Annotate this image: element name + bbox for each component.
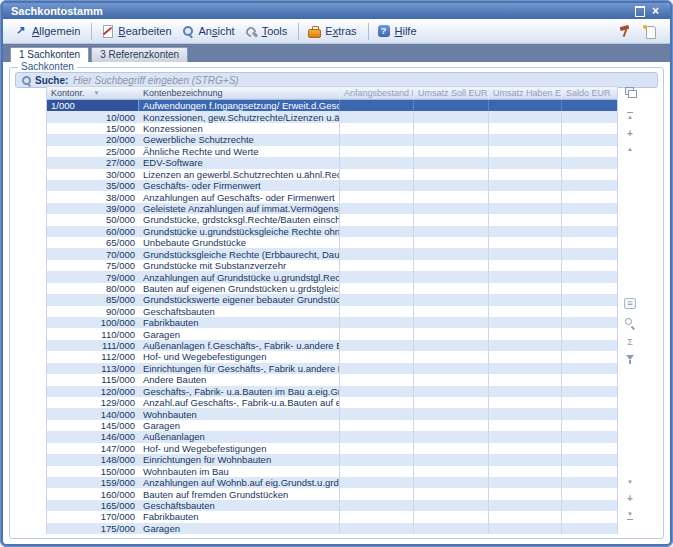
table-row[interactable]: 146/000 Außenanlagen: [47, 431, 617, 442]
table-row[interactable]: 75/000 Grundstücke mit Substanzverzehr: [47, 260, 617, 271]
saldo-cell: [561, 191, 618, 202]
menu-item-bearbeiten[interactable]: Bearbeiten: [97, 23, 177, 40]
table-row[interactable]: 50/000 Grundstücke, grdstcksgl.Rechte/Ba…: [47, 214, 617, 225]
menu-item-ansicht[interactable]: Ansicht: [178, 23, 241, 40]
table-row[interactable]: 60/000 Grundstücke u.grundstücksgleiche …: [47, 226, 617, 237]
strip-top-group: [621, 112, 639, 161]
close-icon[interactable]: [649, 5, 662, 17]
table-row[interactable]: 30/000 Lizenzen an gewerbl.Schutzrechten…: [47, 169, 617, 180]
move-down-icon[interactable]: [623, 494, 637, 503]
table-row[interactable]: 148/000 Einrichtungen für Wohnbauten: [47, 454, 617, 465]
table-row[interactable]: 129/000 Anzahl.auf Geschäfts-, Fabrik-u.…: [47, 397, 617, 408]
account-number-cell: 27/000: [47, 157, 139, 168]
umsatz-soll-cell: [413, 283, 488, 294]
anfangsbestand-cell: [339, 477, 413, 488]
saldo-cell: [561, 408, 618, 419]
table-row[interactable]: 175/000 Garagen: [47, 523, 617, 534]
saldo-cell: [561, 351, 618, 362]
table-row[interactable]: 85/000 Grundstückswerte eigener bebauter…: [47, 294, 617, 305]
account-number-cell: 50/000: [47, 214, 139, 225]
column-header-umsatz-haben[interactable]: Umsatz Haben EUR: [488, 87, 561, 99]
anfangsbestand-cell: [339, 328, 413, 339]
table-options-icon[interactable]: [623, 86, 637, 98]
move-up-icon[interactable]: [623, 129, 637, 138]
account-number-cell: 160/000: [47, 488, 139, 499]
table-row[interactable]: 65/000 Unbebaute Grundstücke: [47, 237, 617, 248]
list-icon[interactable]: [623, 298, 637, 309]
anfangsbestand-cell: [339, 374, 413, 385]
table-row[interactable]: 10/000 Konzessionen, gew.Schutzrechte/Li…: [47, 111, 617, 122]
anfangsbestand-cell: [339, 317, 413, 328]
column-header-umsatz-soll[interactable]: Umsatz Soll EUR: [413, 87, 488, 99]
table-row[interactable]: 140/000 Wohnbauten: [47, 408, 617, 419]
saldo-cell: [561, 123, 618, 134]
new-note-icon[interactable]: [643, 25, 656, 38]
tabs: 1 Sachkonten3 Referenzkonten: [10, 47, 188, 62]
account-number-cell: 80/000: [47, 283, 139, 294]
table-row[interactable]: 38/000 Anzahlungen auf Geschäfts- oder F…: [47, 191, 617, 202]
search-icon[interactable]: [623, 317, 637, 329]
table-row[interactable]: 150/000 Wohnbauten im Bau: [47, 466, 617, 477]
account-name-cell: Wohnbauten im Bau: [139, 466, 339, 477]
up-icon[interactable]: [623, 146, 637, 153]
account-name-cell: Konzessionen: [139, 123, 339, 134]
table-row[interactable]: 100/000 Fabrikbauten: [47, 317, 617, 328]
table-row[interactable]: 159/000 Anzahlungen auf Wohnb.auf eig.Gr…: [47, 477, 617, 488]
accounts-table: Kontonr. ▼ Kontenbezeichnung Anfangsbest…: [46, 86, 617, 534]
table-row[interactable]: 112/000 Hof- und Wegebefestigungen: [47, 351, 617, 362]
account-number-cell: 165/000: [47, 500, 139, 511]
anfangsbestand-cell: [339, 420, 413, 431]
account-number-cell: 148/000: [47, 454, 139, 465]
saldo-cell: [561, 100, 618, 111]
tab-referenzkonten[interactable]: 3 Referenzkonten: [91, 47, 188, 62]
table-row[interactable]: 147/000 Hof- und Wegebefestigungen: [47, 443, 617, 454]
column-header-kontonr[interactable]: Kontonr. ▼: [47, 87, 139, 99]
scroll-bottom-icon[interactable]: [623, 511, 637, 520]
tab-sachkonten[interactable]: 1 Sachkonten: [10, 47, 89, 62]
table-row[interactable]: 1/000 Aufwendungen f.Ingangsetzung/ Erwe…: [47, 100, 617, 111]
search-input[interactable]: [73, 75, 652, 86]
account-name-cell: Geschäfts- oder Firmenwert: [139, 180, 339, 191]
umsatz-soll-cell: [413, 477, 488, 488]
table-row[interactable]: 120/000 Geschäfts-, Fabrik- u.a.Bauten i…: [47, 386, 617, 397]
table-row[interactable]: 165/000 Geschäftsbauten: [47, 500, 617, 511]
table-row[interactable]: 110/000 Garagen: [47, 328, 617, 339]
menu-item-tools[interactable]: Tools: [241, 23, 300, 40]
table-row[interactable]: 80/000 Bauten auf eigenen Grundstücken u…: [47, 283, 617, 294]
scroll-top-icon[interactable]: [623, 112, 637, 121]
table-row[interactable]: 39/000 Geleistete Anzahlungen auf immat.…: [47, 203, 617, 214]
column-header-saldo[interactable]: Saldo EUR: [561, 87, 618, 99]
account-number-cell: 65/000: [47, 237, 139, 248]
table-row[interactable]: 70/000 Grundstücksgleiche Rechte (Erbbau…: [47, 248, 617, 259]
menu-item-extras[interactable]: Extras: [304, 23, 368, 40]
restore-icon[interactable]: [633, 5, 646, 17]
table-row[interactable]: 15/000 Konzessionen: [47, 123, 617, 134]
down-icon[interactable]: [623, 479, 637, 486]
table-row[interactable]: 113/000 Einrichtungen für Geschäfts-, Fa…: [47, 363, 617, 374]
table-row[interactable]: 27/000 EDV-Software: [47, 157, 617, 168]
table-row[interactable]: 79/000 Anzahlungen auf Grundstücke u.gru…: [47, 271, 617, 282]
table-row[interactable]: 111/000 Außenanlagen f.Geschäfts-, Fabri…: [47, 340, 617, 351]
umsatz-soll-cell: [413, 500, 488, 511]
account-number-cell: 25/000: [47, 146, 139, 157]
hammer-icon[interactable]: [619, 25, 632, 38]
filter-icon[interactable]: [623, 355, 637, 364]
sum-icon[interactable]: [623, 337, 637, 347]
menu-item-allgemein[interactable]: Allgemein: [11, 23, 92, 40]
table-side-controls: [621, 86, 639, 534]
umsatz-soll-cell: [413, 294, 488, 305]
menu-item-hilfe[interactable]: Hilfe: [374, 23, 423, 40]
table-row[interactable]: 90/000 Geschäftsbauten: [47, 306, 617, 317]
column-header-kontenbezeichnung[interactable]: Kontenbezeichnung: [139, 87, 339, 99]
umsatz-soll-cell: [413, 408, 488, 419]
table-row[interactable]: 145/000 Garagen: [47, 420, 617, 431]
anfangsbestand-cell: [339, 248, 413, 259]
table-row[interactable]: 35/000 Geschäfts- oder Firmenwert: [47, 180, 617, 191]
table-row[interactable]: 160/000 Bauten auf fremden Grundstücken: [47, 488, 617, 499]
table-row[interactable]: 170/000 Fabrikbauten: [47, 511, 617, 522]
table-row[interactable]: 115/000 Andere Bauten: [47, 374, 617, 385]
table-row[interactable]: 20/000 Gewerbliche Schutzrechte: [47, 134, 617, 145]
column-header-anfangsbestand[interactable]: Anfangsbestand EUR: [339, 87, 413, 99]
table-row[interactable]: 25/000 Ähnliche Rechte und Werte: [47, 146, 617, 157]
table-body: 1/000 Aufwendungen f.Ingangsetzung/ Erwe…: [47, 100, 617, 534]
